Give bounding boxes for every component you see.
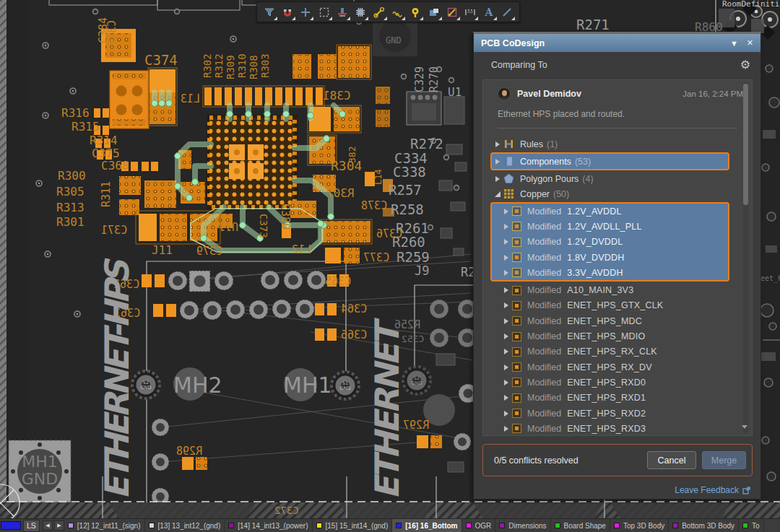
tab-scroll-right-icon[interactable]: ▶ xyxy=(54,520,64,531)
layer-tab[interactable]: Bottom 3D Body xyxy=(669,519,739,532)
layer-tab[interactable]: Dimensions xyxy=(495,519,550,532)
layer-tab[interactable]: [12] 12_int11_(sign) xyxy=(64,519,145,532)
net-name[interactable]: 1.8V_DVDDH xyxy=(567,253,624,263)
expand-icon[interactable] xyxy=(503,395,509,401)
layer-tab[interactable]: [15] 15_int14_(gnd) xyxy=(313,519,393,532)
net-icon xyxy=(512,286,521,295)
net-icon xyxy=(512,378,521,387)
silkscreen-label: C374 xyxy=(144,52,178,68)
pad-stack-icon[interactable] xyxy=(334,4,350,20)
silkscreen-label: GND xyxy=(386,35,402,45)
silkscreen-label: R312 xyxy=(213,53,225,78)
net-name[interactable]: ENET_HPS_MDC xyxy=(567,316,642,326)
text-icon[interactable]: A xyxy=(481,4,497,20)
tree-item-copper[interactable]: Copper xyxy=(520,189,550,199)
net-name[interactable]: A10_MAIN_3V3 xyxy=(567,285,633,295)
divider xyxy=(498,128,737,128)
selected-copper-rows[interactable]: Modified1.2V_AVDDLModified1.2V_AVDLL_PLL… xyxy=(490,202,729,282)
silkscreen-label: R271 xyxy=(576,17,610,32)
layer-tabs: [12] 12_int11_(sign) [13] 13_int12_(gnd)… xyxy=(64,519,780,532)
layer-color-chip xyxy=(672,523,678,528)
gear-icon[interactable]: ⚙ xyxy=(740,60,750,70)
expand-icon[interactable] xyxy=(503,255,509,261)
expand-icon[interactable] xyxy=(503,239,509,245)
expand-icon[interactable] xyxy=(503,287,509,293)
scroll-down-icon[interactable] xyxy=(742,425,748,429)
scrollbar[interactable] xyxy=(743,82,748,433)
pcb-codesign-panel: PCB CoDesign ▼ ✕ Comparing To ⚙ Pavel De… xyxy=(473,32,761,500)
diff-pair-route-icon[interactable] xyxy=(389,4,405,20)
layer-tab[interactable]: [16] 16_Bottom xyxy=(392,519,462,532)
conflicts-status: 0/5 conflicts resolved xyxy=(494,455,647,466)
selected-components-row[interactable]: Components(53) xyxy=(490,152,729,170)
pad-icon[interactable] xyxy=(444,4,460,20)
leave-feedback-link[interactable]: Leave Feedback xyxy=(675,485,750,495)
layer-color-chip xyxy=(396,523,402,528)
expand-icon[interactable] xyxy=(503,270,509,276)
net-name[interactable]: ENET_HPS_RXD2 xyxy=(567,409,646,419)
via-icon[interactable] xyxy=(407,4,423,20)
silkscreen-label: R310 xyxy=(236,53,248,78)
expand-icon[interactable] xyxy=(495,159,500,165)
ls-button[interactable]: LS xyxy=(23,520,40,532)
expand-icon[interactable] xyxy=(495,176,500,182)
expand-icon[interactable] xyxy=(495,141,500,147)
layer-tab[interactable]: [13] 13_int12_(gnd) xyxy=(145,519,225,532)
panel-dropdown-icon[interactable]: ▼ xyxy=(730,39,738,48)
silkscreen-label: R259 xyxy=(396,249,430,265)
interactive-route-icon[interactable] xyxy=(371,4,387,20)
expand-icon[interactable] xyxy=(503,209,509,214)
filter-icon[interactable] xyxy=(261,4,277,20)
net-name[interactable]: 3.3V_AVDDH xyxy=(567,268,623,278)
net-name[interactable]: ENET_HPS_MDIO xyxy=(567,331,645,341)
tree-item-components[interactable]: Components xyxy=(520,157,571,167)
change-state: Modified xyxy=(527,206,561,217)
layer-tab[interactable]: OGR xyxy=(462,519,496,532)
net-name[interactable]: ENET_HPS_RXD1 xyxy=(567,393,646,403)
expand-icon[interactable] xyxy=(503,411,509,417)
plane-icon[interactable] xyxy=(426,4,442,20)
expand-icon[interactable] xyxy=(503,224,509,230)
line-icon[interactable] xyxy=(499,4,515,20)
silkscreen-label: R260 xyxy=(392,234,425,250)
net-name[interactable]: 1.2V_AVDLL_PLL xyxy=(567,222,641,232)
select-area-icon[interactable] xyxy=(316,4,332,20)
expand-icon[interactable] xyxy=(503,380,509,385)
collapse-icon[interactable] xyxy=(495,191,500,197)
tree-item-polygon-pours[interactable]: Polygon Pours xyxy=(520,174,578,184)
active-layer-swatch[interactable] xyxy=(1,521,21,530)
expand-icon[interactable] xyxy=(503,333,509,339)
expand-icon[interactable] xyxy=(503,302,509,308)
changes-tree: Rules(1)Components(53)Polygon Pours(4)Co… xyxy=(483,136,746,435)
change-state: Modified xyxy=(527,300,561,310)
net-name[interactable]: ENET_HPS_RXD0 xyxy=(567,378,646,388)
net-name[interactable]: 1.2V_AVDDL xyxy=(567,206,621,217)
cancel-button[interactable]: Cancel xyxy=(647,451,696,469)
component-icon[interactable] xyxy=(352,4,368,20)
net-icon xyxy=(512,206,521,216)
expand-icon[interactable] xyxy=(503,318,509,324)
layer-tab[interactable]: Top 3D Body xyxy=(610,519,669,532)
panel-close-icon[interactable]: ✕ xyxy=(747,38,753,48)
layer-tab[interactable]: Board Shape xyxy=(551,519,610,532)
expand-icon[interactable] xyxy=(503,349,509,354)
scrollbar-thumb[interactable] xyxy=(743,84,748,205)
net-name[interactable]: ENET_HPS_RXD3 xyxy=(567,424,646,434)
tab-scroll-left-icon[interactable]: ◀ xyxy=(43,520,53,531)
cross-probe-icon[interactable] xyxy=(298,4,313,20)
net-name[interactable]: ENET_HPS_RX_CLK xyxy=(567,346,657,357)
silkscreen-label: L12 xyxy=(292,243,311,256)
expand-icon[interactable] xyxy=(503,365,509,370)
net-name[interactable]: ENET_HPS_RX_DV xyxy=(567,362,651,372)
magnet-icon[interactable] xyxy=(280,4,295,20)
expand-icon[interactable] xyxy=(503,426,509,432)
tree-item-rules[interactable]: Rules xyxy=(520,139,543,149)
net-name[interactable]: 1.2V_DVDDL xyxy=(567,237,623,247)
merge-button[interactable]: Merge xyxy=(702,451,746,469)
layer-tab[interactable]: [14] 14_int13_(power) xyxy=(225,519,312,532)
net-name[interactable]: ENET_HPS_GTX_CLK xyxy=(567,300,663,310)
change-state: Modified xyxy=(527,346,561,357)
layer-tab[interactable]: To xyxy=(739,519,764,532)
measure-icon[interactable] xyxy=(462,4,478,20)
panel-title-bar[interactable]: PCB CoDesign ▼ ✕ xyxy=(474,34,760,52)
